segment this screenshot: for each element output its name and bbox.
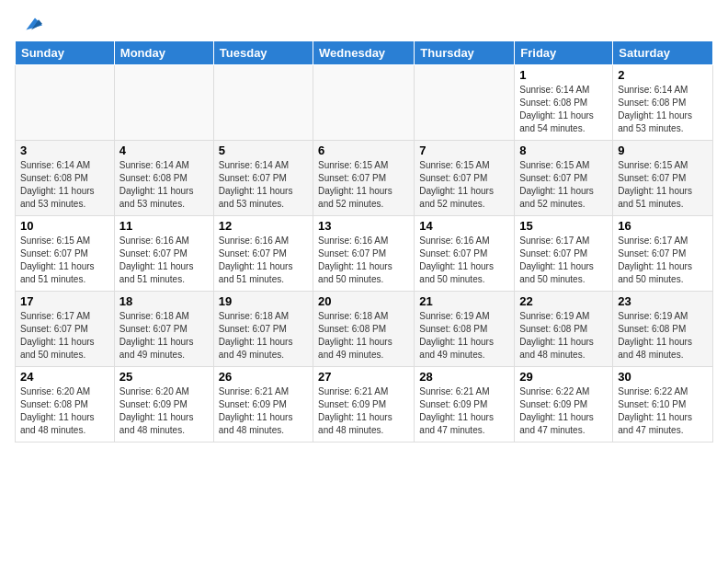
header-cell-friday: Friday bbox=[515, 41, 613, 65]
day-cell bbox=[213, 65, 313, 141]
day-number: 16 bbox=[618, 219, 708, 233]
day-number: 24 bbox=[20, 370, 109, 384]
day-number: 15 bbox=[519, 219, 608, 233]
day-cell: 9Sunrise: 6:15 AM Sunset: 6:07 PM Daylig… bbox=[613, 141, 713, 216]
day-info: Sunrise: 6:14 AM Sunset: 6:08 PM Dayligh… bbox=[519, 84, 608, 135]
day-number: 18 bbox=[119, 294, 209, 308]
day-cell: 27Sunrise: 6:21 AM Sunset: 6:09 PM Dayli… bbox=[313, 367, 415, 442]
header-cell-wednesday: Wednesday bbox=[313, 41, 415, 65]
day-number: 12 bbox=[219, 219, 308, 233]
day-info: Sunrise: 6:16 AM Sunset: 6:07 PM Dayligh… bbox=[119, 235, 209, 286]
day-info: Sunrise: 6:19 AM Sunset: 6:08 PM Dayligh… bbox=[419, 310, 509, 362]
day-cell: 16Sunrise: 6:17 AM Sunset: 6:07 PM Dayli… bbox=[613, 216, 713, 292]
day-info: Sunrise: 6:17 AM Sunset: 6:07 PM Dayligh… bbox=[618, 235, 708, 286]
day-info: Sunrise: 6:18 AM Sunset: 6:08 PM Dayligh… bbox=[318, 310, 409, 362]
header-row: SundayMondayTuesdayWednesdayThursdayFrid… bbox=[16, 41, 713, 65]
day-cell: 2Sunrise: 6:14 AM Sunset: 6:08 PM Daylig… bbox=[613, 65, 713, 141]
day-info: Sunrise: 6:20 AM Sunset: 6:08 PM Dayligh… bbox=[20, 385, 109, 437]
day-cell bbox=[313, 65, 415, 141]
week-row-3: 10Sunrise: 6:15 AM Sunset: 6:07 PM Dayli… bbox=[16, 216, 713, 292]
header-cell-tuesday: Tuesday bbox=[213, 41, 313, 65]
day-number: 25 bbox=[119, 370, 209, 384]
day-cell: 20Sunrise: 6:18 AM Sunset: 6:08 PM Dayli… bbox=[313, 292, 415, 367]
day-cell: 28Sunrise: 6:21 AM Sunset: 6:09 PM Dayli… bbox=[415, 367, 515, 442]
day-info: Sunrise: 6:14 AM Sunset: 6:07 PM Dayligh… bbox=[219, 159, 308, 211]
day-number: 21 bbox=[419, 294, 509, 308]
week-row-5: 24Sunrise: 6:20 AM Sunset: 6:08 PM Dayli… bbox=[16, 367, 713, 442]
day-cell: 24Sunrise: 6:20 AM Sunset: 6:08 PM Dayli… bbox=[16, 367, 115, 442]
day-number: 27 bbox=[318, 370, 409, 384]
day-info: Sunrise: 6:17 AM Sunset: 6:07 PM Dayligh… bbox=[519, 235, 608, 286]
day-info: Sunrise: 6:17 AM Sunset: 6:07 PM Dayligh… bbox=[20, 310, 109, 362]
day-number: 20 bbox=[318, 294, 409, 308]
day-number: 19 bbox=[219, 294, 308, 308]
day-info: Sunrise: 6:16 AM Sunset: 6:07 PM Dayligh… bbox=[318, 235, 409, 286]
day-cell: 26Sunrise: 6:21 AM Sunset: 6:09 PM Dayli… bbox=[213, 367, 313, 442]
day-cell: 8Sunrise: 6:15 AM Sunset: 6:07 PM Daylig… bbox=[515, 141, 613, 216]
page-header bbox=[0, 0, 728, 40]
day-number: 4 bbox=[119, 144, 209, 157]
day-cell: 30Sunrise: 6:22 AM Sunset: 6:10 PM Dayli… bbox=[613, 367, 713, 442]
day-info: Sunrise: 6:15 AM Sunset: 6:07 PM Dayligh… bbox=[519, 159, 608, 211]
calendar-body: 1Sunrise: 6:14 AM Sunset: 6:08 PM Daylig… bbox=[16, 65, 713, 442]
day-cell: 19Sunrise: 6:18 AM Sunset: 6:07 PM Dayli… bbox=[213, 292, 313, 367]
week-row-1: 1Sunrise: 6:14 AM Sunset: 6:08 PM Daylig… bbox=[16, 65, 713, 141]
day-cell bbox=[415, 65, 515, 141]
day-info: Sunrise: 6:15 AM Sunset: 6:07 PM Dayligh… bbox=[618, 159, 708, 211]
calendar-table: SundayMondayTuesdayWednesdayThursdayFrid… bbox=[15, 40, 713, 442]
day-cell bbox=[16, 65, 115, 141]
day-cell: 13Sunrise: 6:16 AM Sunset: 6:07 PM Dayli… bbox=[313, 216, 415, 292]
week-row-4: 17Sunrise: 6:17 AM Sunset: 6:07 PM Dayli… bbox=[16, 292, 713, 367]
day-number: 9 bbox=[618, 144, 708, 157]
day-info: Sunrise: 6:15 AM Sunset: 6:07 PM Dayligh… bbox=[20, 235, 109, 286]
day-cell: 11Sunrise: 6:16 AM Sunset: 6:07 PM Dayli… bbox=[114, 216, 213, 292]
day-number: 6 bbox=[318, 144, 409, 157]
day-cell: 12Sunrise: 6:16 AM Sunset: 6:07 PM Dayli… bbox=[213, 216, 313, 292]
day-info: Sunrise: 6:16 AM Sunset: 6:07 PM Dayligh… bbox=[219, 235, 308, 286]
day-cell: 22Sunrise: 6:19 AM Sunset: 6:08 PM Dayli… bbox=[515, 292, 613, 367]
day-number: 11 bbox=[119, 219, 209, 233]
week-row-2: 3Sunrise: 6:14 AM Sunset: 6:08 PM Daylig… bbox=[16, 141, 713, 216]
day-info: Sunrise: 6:18 AM Sunset: 6:07 PM Dayligh… bbox=[219, 310, 308, 362]
day-info: Sunrise: 6:22 AM Sunset: 6:10 PM Dayligh… bbox=[618, 385, 708, 437]
day-cell: 5Sunrise: 6:14 AM Sunset: 6:07 PM Daylig… bbox=[213, 141, 313, 216]
day-cell bbox=[114, 65, 213, 141]
day-cell: 18Sunrise: 6:18 AM Sunset: 6:07 PM Dayli… bbox=[114, 292, 213, 367]
day-number: 22 bbox=[519, 294, 608, 308]
day-cell: 23Sunrise: 6:19 AM Sunset: 6:08 PM Dayli… bbox=[613, 292, 713, 367]
day-info: Sunrise: 6:14 AM Sunset: 6:08 PM Dayligh… bbox=[119, 159, 209, 211]
logo-icon bbox=[20, 15, 42, 33]
day-cell: 4Sunrise: 6:14 AM Sunset: 6:08 PM Daylig… bbox=[114, 141, 213, 216]
header-cell-monday: Monday bbox=[114, 41, 213, 65]
logo bbox=[18, 15, 42, 33]
header-cell-sunday: Sunday bbox=[16, 41, 115, 65]
day-number: 29 bbox=[519, 370, 608, 384]
calendar-header: SundayMondayTuesdayWednesdayThursdayFrid… bbox=[16, 41, 713, 65]
day-info: Sunrise: 6:20 AM Sunset: 6:09 PM Dayligh… bbox=[119, 385, 209, 437]
day-number: 1 bbox=[519, 68, 608, 82]
day-info: Sunrise: 6:18 AM Sunset: 6:07 PM Dayligh… bbox=[119, 310, 209, 362]
day-number: 8 bbox=[519, 144, 608, 157]
day-info: Sunrise: 6:21 AM Sunset: 6:09 PM Dayligh… bbox=[318, 385, 409, 437]
day-cell: 29Sunrise: 6:22 AM Sunset: 6:09 PM Dayli… bbox=[515, 367, 613, 442]
day-cell: 25Sunrise: 6:20 AM Sunset: 6:09 PM Dayli… bbox=[114, 367, 213, 442]
day-number: 7 bbox=[419, 144, 509, 157]
day-cell: 17Sunrise: 6:17 AM Sunset: 6:07 PM Dayli… bbox=[16, 292, 115, 367]
day-info: Sunrise: 6:21 AM Sunset: 6:09 PM Dayligh… bbox=[419, 385, 509, 437]
day-info: Sunrise: 6:15 AM Sunset: 6:07 PM Dayligh… bbox=[419, 159, 509, 211]
day-cell: 3Sunrise: 6:14 AM Sunset: 6:08 PM Daylig… bbox=[16, 141, 115, 216]
day-info: Sunrise: 6:14 AM Sunset: 6:08 PM Dayligh… bbox=[618, 84, 708, 135]
day-cell: 15Sunrise: 6:17 AM Sunset: 6:07 PM Dayli… bbox=[515, 216, 613, 292]
day-number: 3 bbox=[20, 144, 109, 157]
day-number: 26 bbox=[219, 370, 308, 384]
day-info: Sunrise: 6:16 AM Sunset: 6:07 PM Dayligh… bbox=[419, 235, 509, 286]
day-number: 17 bbox=[20, 294, 109, 308]
calendar-wrapper: SundayMondayTuesdayWednesdayThursdayFrid… bbox=[0, 40, 728, 442]
day-number: 28 bbox=[419, 370, 509, 384]
day-info: Sunrise: 6:19 AM Sunset: 6:08 PM Dayligh… bbox=[519, 310, 608, 362]
day-number: 14 bbox=[419, 219, 509, 233]
day-cell: 21Sunrise: 6:19 AM Sunset: 6:08 PM Dayli… bbox=[415, 292, 515, 367]
day-cell: 10Sunrise: 6:15 AM Sunset: 6:07 PM Dayli… bbox=[16, 216, 115, 292]
header-cell-thursday: Thursday bbox=[415, 41, 515, 65]
day-cell: 1Sunrise: 6:14 AM Sunset: 6:08 PM Daylig… bbox=[515, 65, 613, 141]
